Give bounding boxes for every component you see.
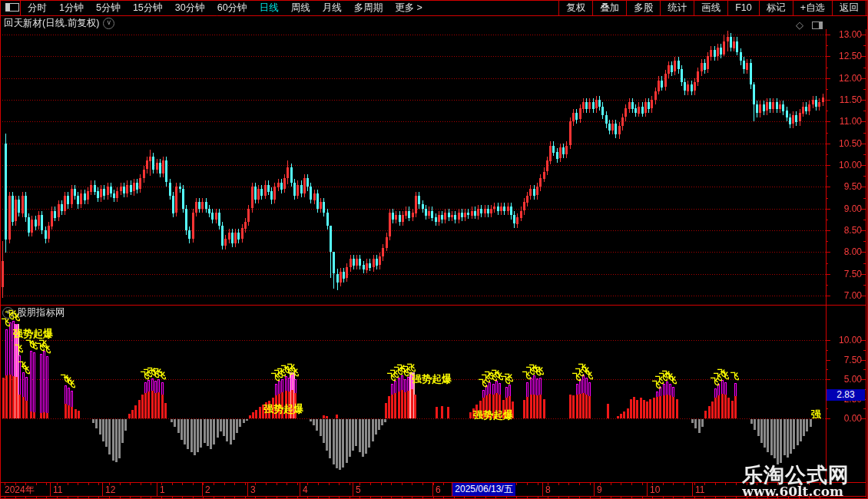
- layout-icon[interactable]: [5, 3, 19, 12]
- indicator-header: ∨ 股朋指标网: [2, 306, 65, 319]
- period-menu: 分时1分钟5分钟15分钟30分钟60分钟日线周线月线多周期更多 >: [22, 0, 429, 15]
- fly-marker: 飞: [535, 365, 544, 377]
- action-menu: 复权叠加多股统计画线F10标记+自选返回: [558, 0, 866, 15]
- toolbar-item[interactable]: 15分钟: [127, 0, 169, 15]
- fly-marker: 飞: [585, 370, 593, 382]
- date-label: 2024年: [5, 484, 35, 495]
- toolbar-item[interactable]: 分时: [22, 0, 53, 15]
- price-axis-label: 10.50: [828, 138, 862, 149]
- toolbar-item[interactable]: 统计: [660, 0, 694, 15]
- fly-marker: 飞: [505, 372, 513, 384]
- fly-marker: 飞: [721, 370, 729, 382]
- date-label: 3: [250, 484, 256, 495]
- price-axis-label: 7.00: [828, 290, 862, 301]
- chevron-down-icon[interactable]: ∨: [103, 18, 114, 29]
- indicator-axis-label: 10.00: [828, 335, 862, 345]
- toolbar-item[interactable]: 月线: [316, 0, 348, 15]
- toolbar: 分时1分钟5分钟15分钟30分钟60分钟日线周线月线多周期更多 > 复权叠加多股…: [0, 0, 868, 15]
- toolbar-item[interactable]: 日线: [253, 0, 285, 15]
- page-title: 回天新材(日线.前复权): [4, 17, 99, 30]
- toolbar-item[interactable]: +自选: [793, 0, 832, 15]
- indicator-value-tag: 2.83: [827, 389, 865, 401]
- price-axis-label: 8.50: [828, 225, 862, 236]
- app-window: 分时1分钟5分钟15分钟30分钟60分钟日线周线月线多周期更多 > 复权叠加多股…: [0, 0, 868, 499]
- price-axis-label: 12.00: [828, 73, 862, 84]
- date-label: 8: [545, 484, 551, 495]
- toolbar-item[interactable]: 多股: [626, 0, 660, 15]
- date-label: 11: [53, 484, 62, 495]
- price-axis-label: 12.50: [828, 51, 862, 61]
- fly-marker: 飞: [407, 362, 416, 374]
- price-axis-label: 11.00: [828, 116, 862, 127]
- price-axis-label: 9.00: [828, 203, 862, 214]
- signal-label: 强势起爆: [473, 408, 513, 422]
- fly-marker: 飞: [290, 367, 299, 378]
- toolbar-item[interactable]: 标记: [759, 0, 793, 15]
- date-label: 9: [597, 484, 602, 495]
- price-axis-label: 13.00: [828, 29, 862, 40]
- price-axis-label: 9.50: [828, 181, 862, 192]
- title-row: 回天新材(日线.前复权) ∨: [4, 17, 114, 30]
- date-label: 11: [695, 484, 704, 495]
- date-label: 4: [303, 484, 308, 495]
- signal-label: 强势起爆: [412, 372, 452, 386]
- fly-marker: 飞: [42, 344, 51, 355]
- chevron-down-icon[interactable]: ∨: [2, 307, 14, 319]
- price-axis-label: 10.00: [828, 160, 862, 170]
- chart-canvas[interactable]: [0, 0, 868, 499]
- toolbar-item[interactable]: 画线: [694, 0, 727, 15]
- signal-label: 强势起爆: [263, 402, 303, 416]
- date-label: 5: [356, 484, 361, 495]
- date-label: 2: [205, 484, 210, 495]
- date-label: 1: [160, 484, 165, 495]
- price-axis-label: 11.50: [828, 94, 862, 105]
- toolbar-item[interactable]: 5分钟: [90, 0, 127, 15]
- toolbar-item[interactable]: 返回: [832, 0, 866, 15]
- price-axis-label: 7.50: [828, 269, 862, 279]
- toolbar-item[interactable]: 60分钟: [211, 0, 253, 15]
- toolbar-item[interactable]: 复权: [558, 0, 592, 15]
- signal-label: 强: [811, 408, 821, 421]
- fly-marker: 飞: [731, 371, 739, 382]
- fly-marker: 飞: [67, 378, 75, 390]
- indicator-title: 股朋指标网: [17, 306, 65, 319]
- fly-marker: 飞: [22, 365, 30, 376]
- toolbar-item[interactable]: 叠加: [592, 0, 626, 15]
- date-label: 12: [105, 484, 115, 495]
- toolbar-item[interactable]: F10: [727, 0, 759, 15]
- toolbar-item[interactable]: 更多 >: [389, 0, 429, 15]
- indicator-axis-label: 5.00: [828, 374, 862, 385]
- cursor-date-tag: 2025/06/13/五: [452, 483, 515, 496]
- toolbar-item[interactable]: 30分钟: [169, 0, 211, 15]
- diamond-icon[interactable]: ◇: [796, 19, 803, 31]
- fly-marker: 飞: [668, 375, 677, 386]
- date-label: 6: [436, 484, 441, 495]
- toolbar-item[interactable]: 周线: [285, 0, 316, 15]
- fly-marker: 飞: [157, 370, 166, 382]
- toolbar-item[interactable]: 1分钟: [53, 0, 90, 15]
- toolbar-item[interactable]: 多周期: [348, 0, 389, 15]
- indicator-axis-label: 7.50: [828, 355, 862, 365]
- indicator-axis-label: 0.00: [828, 413, 862, 424]
- watermark-line2: www.60lt.com: [742, 484, 843, 499]
- price-axis-label: 8.00: [828, 246, 862, 257]
- date-label: 10: [650, 484, 660, 495]
- split-pane-icon[interactable]: [812, 21, 823, 29]
- fly-marker: 飞: [15, 343, 23, 355]
